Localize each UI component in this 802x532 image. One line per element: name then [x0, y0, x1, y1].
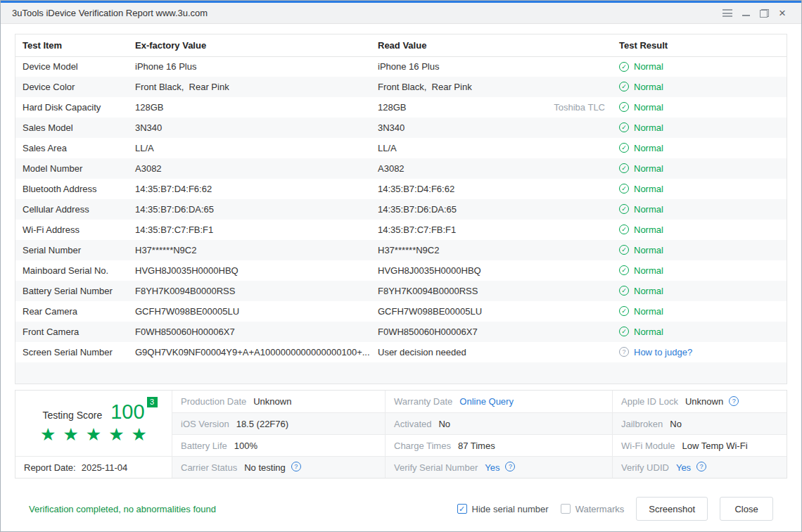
read-value-cell: LL/A: [371, 138, 612, 158]
factory-value-cell: 14:35:B7:C7:FB:F1: [128, 220, 371, 240]
factory-value-cell: F0WH850060H00006X7: [128, 322, 371, 342]
read-value-text: iPhone 16 Plus: [378, 61, 439, 72]
info-label: Charge Times: [394, 441, 451, 451]
info-value: Yes: [485, 462, 499, 473]
test-item-cell: Front Camera: [15, 322, 128, 342]
report-date-cell: Report Date: 2025-11-04: [15, 456, 172, 478]
info-cell: Battery Life100%: [172, 434, 385, 456]
info-value: 18.5 (22F76): [236, 419, 288, 429]
online-query-link[interactable]: Online Query: [459, 396, 514, 407]
how-to-judge-link[interactable]: How to judge?: [634, 347, 692, 357]
test-item-cell: Bluetooth Address: [15, 179, 128, 199]
test-result-cell: ✓Normal: [612, 220, 787, 240]
check-circle-icon: ✓: [619, 102, 629, 112]
read-value-cell: GCFH7W098BE00005LU: [371, 301, 612, 322]
help-icon[interactable]: ?: [291, 462, 301, 471]
read-value-cell: 3N340: [371, 118, 612, 138]
check-circle-icon: ✓: [619, 163, 629, 173]
read-value-cell: A3082: [371, 158, 612, 179]
testing-score-line: Testing Score 100 3: [42, 402, 144, 422]
info-label: Carrier Status: [181, 462, 237, 473]
check-circle-icon: ✓: [619, 265, 629, 275]
read-value-text: H37******N9C2: [378, 245, 439, 255]
test-item-cell: Serial Number: [15, 240, 128, 260]
table-row: Serial NumberH37******N9C2H37******N9C2✓…: [15, 240, 787, 260]
factory-value-cell: 3N340: [128, 118, 371, 138]
check-circle-icon: ✓: [619, 306, 629, 316]
info-cell: Carrier StatusNo testing?: [172, 456, 385, 478]
watermarks-checkbox[interactable]: Watermarks: [561, 504, 625, 514]
read-value-text: HVGH8J0035H0000HBQ: [378, 265, 481, 276]
table-row: Front CameraF0WH850060H00006X7F0WH850060…: [15, 322, 787, 342]
column-header-test-result: Test Result: [612, 34, 787, 56]
info-cell: Wi-Fi ModuleLow Temp Wi-Fi: [612, 434, 787, 456]
testing-score-cell: Testing Score 100 3 ★★★★★: [15, 391, 172, 456]
check-circle-icon: ✓: [619, 184, 629, 194]
read-value-cell: User decision needed: [371, 342, 612, 362]
titlebar-menu-button[interactable]: [718, 5, 737, 22]
read-value-cell: HVGH8J0035H0000HBQ: [371, 260, 612, 281]
check-circle-icon: ✓: [619, 62, 629, 72]
table-row: Screen Serial NumberG9QH7VK09NF00004Y9+A…: [15, 342, 787, 362]
test-result-cell: ✓Normal: [612, 97, 787, 118]
hide-serial-label: Hide serial number: [472, 504, 549, 514]
help-icon[interactable]: ?: [696, 462, 706, 471]
column-header-test-item: Test Item: [15, 34, 128, 56]
minimize-icon: [742, 15, 750, 16]
factory-value-cell: LL/A: [128, 138, 371, 158]
window-controls: ×: [718, 5, 791, 22]
read-value-cell: 14:35:B7:C7:FB:F1: [371, 220, 612, 240]
check-circle-icon: ✓: [619, 224, 629, 234]
factory-value-cell: HVGH8J0035H0000HBQ: [128, 260, 371, 281]
info-label: Activated: [394, 419, 431, 429]
report-date-value: 2025-11-04: [82, 462, 128, 473]
info-label: Verify UDID: [621, 462, 669, 473]
footer-bar: Verification completed, no abnormalities…: [29, 497, 773, 521]
test-item-cell: Cellular Address: [15, 199, 128, 220]
test-result-cell: ✓Normal: [612, 322, 787, 342]
read-value-text: GCFH7W098BE00005LU: [378, 306, 482, 317]
info-cell: Verify Serial NumberYes?: [385, 456, 612, 478]
table-row: Device ColorFront Black, Rear PinkFront …: [15, 77, 787, 97]
read-value-text: A3082: [378, 163, 405, 174]
info-label: Apple ID Lock: [621, 396, 678, 407]
test-result-cell: ✓Normal: [612, 77, 787, 97]
window-title: 3uTools iDevice Verification Report www.…: [12, 8, 208, 18]
info-cell: JailbrokenNo: [612, 412, 787, 434]
test-item-cell: Rear Camera: [15, 301, 128, 322]
test-result-cell: ✓Normal: [612, 199, 787, 220]
help-icon[interactable]: ?: [729, 396, 739, 406]
titlebar-minimize-button[interactable]: [737, 5, 755, 22]
info-value: Unknown: [685, 396, 723, 407]
info-label: iOS Version: [181, 419, 229, 429]
table-row: Sales Model3N3403N340✓Normal: [15, 118, 787, 138]
test-item-cell: Device Color: [15, 77, 128, 97]
close-button[interactable]: Close: [720, 497, 773, 521]
help-icon[interactable]: ?: [505, 462, 515, 471]
info-cell: iOS Version18.5 (22F76): [172, 412, 385, 434]
screenshot-button[interactable]: Screenshot: [636, 497, 708, 521]
factory-value-cell: G9QH7VK09NF00004Y9+A+A100000000000000010…: [128, 342, 371, 362]
read-value-text: 3N340: [378, 122, 405, 133]
checkbox-icon: [561, 504, 571, 514]
hide-serial-checkbox[interactable]: ✓ Hide serial number: [457, 504, 549, 514]
check-circle-icon: ✓: [619, 143, 629, 153]
read-value-cell: 14:35:B7:D4:F6:62: [371, 179, 612, 199]
title-bar: 3uTools iDevice Verification Report www.…: [1, 1, 801, 24]
factory-value-cell: F8YH7K0094B0000RSS: [128, 281, 371, 301]
titlebar-restore-button[interactable]: [755, 5, 773, 22]
table-row: Device ModeliPhone 16 PlusiPhone 16 Plus…: [15, 56, 787, 77]
table-row: Model NumberA3082A3082✓Normal: [15, 158, 787, 179]
table-header-row: Test Item Ex-factory Value Read Value Te…: [15, 34, 787, 56]
table-row: Cellular Address14:35:B7:D6:DA:6514:35:B…: [15, 199, 787, 220]
result-normal-text: Normal: [634, 327, 663, 337]
read-value-text: 128GB: [378, 102, 406, 113]
info-cell: Production DateUnknown: [172, 391, 385, 412]
read-value-text: 14:35:B7:C7:FB:F1: [378, 224, 456, 235]
status-message: Verification completed, no abnormalities…: [29, 504, 216, 514]
check-circle-icon: ✓: [619, 245, 629, 255]
read-value-text: 14:35:B7:D6:DA:65: [378, 204, 457, 215]
titlebar-close-button[interactable]: ×: [773, 5, 791, 22]
info-value: Low Temp Wi-Fi: [682, 441, 748, 451]
result-normal-text: Normal: [634, 184, 663, 194]
